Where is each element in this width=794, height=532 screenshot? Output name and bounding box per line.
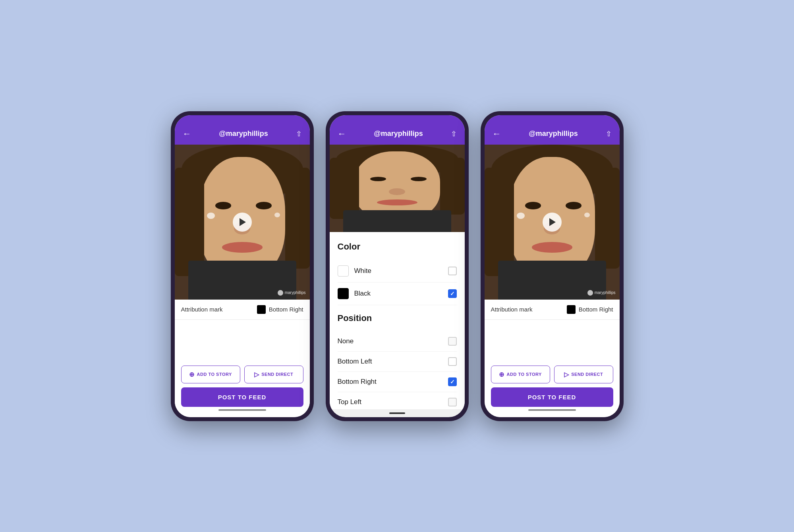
bottom-right-label: Bottom Right xyxy=(338,378,377,386)
add-to-story-label-right: ADD TO STORY xyxy=(507,372,542,377)
scrollbar-indicator-middle xyxy=(389,412,405,414)
add-to-story-button-right[interactable]: ⊕ ADD TO STORY xyxy=(491,366,550,383)
status-bar-left xyxy=(175,115,310,123)
dropdown-panel: Color White Black xyxy=(330,232,465,409)
bottom-left-label: Bottom Left xyxy=(338,358,372,366)
action-buttons-left: ⊕ ADD TO STORY ▷ SEND DIRECT xyxy=(181,366,303,383)
watermark-text-left: maryphillips xyxy=(285,290,306,295)
play-button-left[interactable] xyxy=(233,213,252,232)
attribution-position-left: Bottom Right xyxy=(269,306,303,313)
position-option-none[interactable]: None xyxy=(338,331,457,352)
position-section-title: Position xyxy=(338,313,457,323)
bottom-actions-right: ⊕ ADD TO STORY ▷ SEND DIRECT POST TO FEE… xyxy=(485,361,620,417)
send-direct-button-right[interactable]: ▷ SEND DIRECT xyxy=(554,366,613,383)
phones-container: ← @maryphillips ⇧ xyxy=(171,111,624,421)
attribution-bar-right: Attribution mark Bottom Right xyxy=(485,300,620,320)
status-bar-right xyxy=(485,115,620,123)
nose-middle xyxy=(389,188,405,195)
header-title-right: @maryphillips xyxy=(529,130,578,138)
hair-side-left-right xyxy=(485,168,514,276)
none-label: None xyxy=(338,337,354,345)
shirt-middle xyxy=(343,210,451,232)
top-left-label: Top Left xyxy=(338,398,362,406)
content-area-right xyxy=(485,320,620,361)
hair-side-right-middle xyxy=(440,158,464,215)
action-buttons-right: ⊕ ADD TO STORY ▷ SEND DIRECT xyxy=(491,366,613,383)
watermark-icon-right xyxy=(587,290,593,296)
position-top-left-left: Top Left xyxy=(338,398,362,406)
highlight-left xyxy=(207,213,215,219)
watermark-right: maryphillips xyxy=(587,290,616,296)
back-button-right[interactable]: ← xyxy=(493,129,501,139)
hair-side-left-middle xyxy=(330,158,359,219)
watermark-text-right: maryphillips xyxy=(595,290,616,295)
color-option-black[interactable]: Black xyxy=(338,282,457,305)
eye-left-middle xyxy=(370,177,386,181)
header-middle: ← @maryphillips ⇧ xyxy=(330,123,465,145)
highlight-right xyxy=(274,213,280,217)
black-swatch xyxy=(338,288,349,299)
top-left-checkbox[interactable] xyxy=(448,398,457,406)
header-right: ← @maryphillips ⇧ xyxy=(485,123,620,145)
position-option-top-left[interactable]: Top Left xyxy=(338,392,457,409)
header-title-middle: @maryphillips xyxy=(374,130,423,138)
video-area-right: maryphillips xyxy=(485,145,620,300)
hair-side-left xyxy=(175,168,205,276)
hair-side-right-right xyxy=(595,168,619,269)
attribution-position-right: Bottom Right xyxy=(579,306,613,313)
video-area-left: maryphillips xyxy=(175,145,310,300)
bottom-actions-left: ⊕ ADD TO STORY ▷ SEND DIRECT POST TO FEE… xyxy=(175,361,310,417)
position-none-left: None xyxy=(338,337,354,345)
add-to-story-icon-left: ⊕ xyxy=(189,371,195,378)
none-checkbox[interactable] xyxy=(448,337,457,346)
share-icon-middle[interactable]: ⇧ xyxy=(451,130,457,138)
header-title-left: @maryphillips xyxy=(219,130,268,138)
video-area-middle xyxy=(330,145,465,232)
home-indicator-right xyxy=(528,409,576,411)
skin-middle xyxy=(354,151,440,220)
bottom-left-checkbox[interactable] xyxy=(448,357,457,366)
black-label: Black xyxy=(354,290,371,298)
send-direct-icon-right: ▷ xyxy=(564,371,569,378)
color-option-black-left: Black xyxy=(338,288,371,299)
attribution-label-right: Attribution mark xyxy=(491,306,533,313)
home-indicator-left xyxy=(218,409,266,411)
position-bottom-right-left: Bottom Right xyxy=(338,378,377,386)
play-button-right[interactable] xyxy=(543,213,562,232)
white-checkbox[interactable] xyxy=(448,267,457,275)
face-illustration-middle xyxy=(330,145,465,232)
black-checkbox[interactable] xyxy=(448,289,457,298)
send-direct-label-right: SEND DIRECT xyxy=(571,372,603,377)
add-to-story-button-left[interactable]: ⊕ ADD TO STORY xyxy=(181,366,240,383)
color-section-title: Color xyxy=(338,242,457,252)
add-to-story-label-left: ADD TO STORY xyxy=(197,372,232,377)
watermark-left: maryphillips xyxy=(278,290,306,296)
share-icon-left[interactable]: ⇧ xyxy=(296,130,302,138)
post-to-feed-button-left[interactable]: POST TO FEED xyxy=(181,387,303,407)
back-button-left[interactable]: ← xyxy=(183,129,191,139)
color-option-white[interactable]: White xyxy=(338,260,457,282)
attribution-label-left: Attribution mark xyxy=(181,306,223,313)
phone-middle: ← @maryphillips ⇧ xyxy=(326,111,469,421)
bottom-right-checkbox[interactable] xyxy=(448,377,457,386)
position-option-bottom-right[interactable]: Bottom Right xyxy=(338,372,457,392)
attribution-value-right[interactable]: Bottom Right xyxy=(567,305,613,314)
highlight-left-right xyxy=(517,213,525,219)
share-icon-right[interactable]: ⇧ xyxy=(606,130,612,138)
white-swatch xyxy=(338,265,349,277)
white-label: White xyxy=(354,267,371,275)
attribution-value-left[interactable]: Bottom Right xyxy=(257,305,303,314)
status-bar-middle xyxy=(330,115,465,123)
send-direct-button-left[interactable]: ▷ SEND DIRECT xyxy=(244,366,303,383)
phone-left: ← @maryphillips ⇧ xyxy=(171,111,314,421)
color-swatch-left xyxy=(257,305,266,314)
position-option-bottom-left[interactable]: Bottom Left xyxy=(338,352,457,372)
highlight-right-right xyxy=(584,213,590,217)
post-to-feed-button-right[interactable]: POST TO FEED xyxy=(491,387,613,407)
phone-right: ← @maryphillips ⇧ xyxy=(481,111,624,421)
color-swatch-right xyxy=(567,305,576,314)
back-button-middle[interactable]: ← xyxy=(338,129,346,139)
header-left: ← @maryphillips ⇧ xyxy=(175,123,310,145)
send-direct-label-left: SEND DIRECT xyxy=(261,372,293,377)
content-area-left xyxy=(175,320,310,361)
